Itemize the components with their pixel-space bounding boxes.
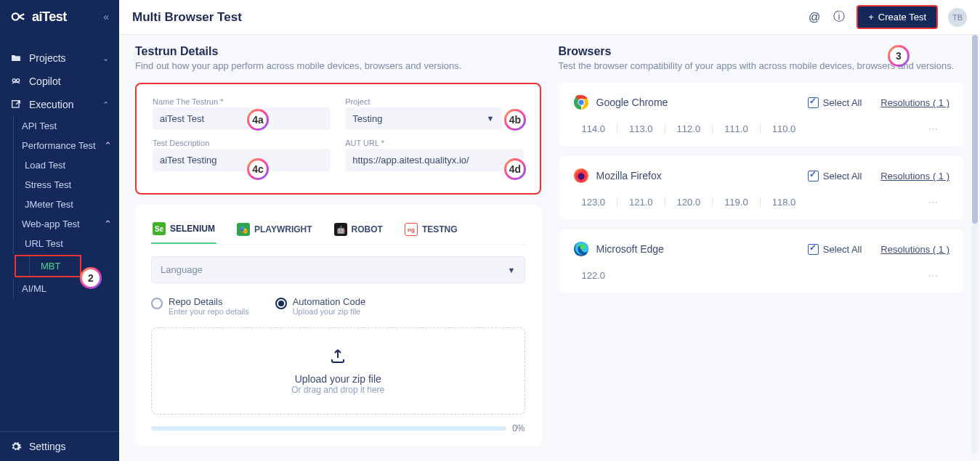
browser-head: Microsoft EdgeSelect AllResolutions ( 1 … [573, 241, 950, 257]
source-radios: Repo DetailsEnter your repo details Auto… [151, 296, 525, 316]
version-chip[interactable]: 121.0 [617, 197, 665, 208]
field-description: Test Description [153, 139, 331, 171]
version-chip[interactable]: 119.0 [712, 197, 760, 208]
language-placeholder: Language [161, 264, 203, 275]
sidebar-item-projects[interactable]: Projects ⌄ [0, 46, 119, 70]
browser-icon [573, 241, 589, 257]
field-aut-url: AUT URL * [345, 139, 523, 171]
browsers-column: Browsers Test the browser compatibility … [559, 45, 965, 451]
upload-dropzone[interactable]: Upload your zip file Or drag and drop it… [151, 327, 525, 415]
logo-icon [10, 9, 26, 25]
testng-icon: ng [405, 223, 418, 236]
sidebar-sub-label: URL Test [25, 238, 63, 249]
sidebar-label: Copilot [29, 76, 61, 87]
project-select[interactable]: Testing [345, 107, 501, 130]
upload-progress: 0% [151, 423, 525, 433]
tab-playwright[interactable]: 🎭PLAYWRIGHT [235, 218, 314, 244]
sidebar-sub-api-test[interactable]: API Test [0, 116, 119, 136]
radio-repo-details[interactable]: Repo DetailsEnter your repo details [151, 296, 249, 316]
aut-url-input[interactable] [345, 149, 523, 171]
version-chip[interactable]: 123.0 [573, 197, 617, 208]
radio-automation-code[interactable]: Automation CodeUpload your zip file [275, 296, 365, 316]
select-all-checkbox[interactable]: Select All [808, 244, 862, 255]
sidebar-item-execution[interactable]: Execution ⌃ [0, 93, 119, 116]
sidebar-sub-label: MBT [41, 261, 60, 272]
sidebar-label: Execution [29, 99, 73, 110]
field-label: Project [345, 97, 501, 106]
description-input[interactable] [153, 149, 331, 171]
field-label: AUT URL * [345, 139, 523, 147]
external-icon [10, 99, 22, 110]
content: Testrun Details Find out how your app pe… [119, 35, 980, 461]
tab-selenium[interactable]: SeSELENIUM [151, 218, 216, 244]
sidebar-item-copilot[interactable]: Copilot [0, 70, 119, 93]
more-icon[interactable]: ⋯ [917, 270, 949, 281]
collapse-icon[interactable]: « [103, 11, 109, 23]
sidebar-sub-performance-test[interactable]: Performance Test⌃ [0, 136, 119, 155]
more-icon[interactable]: ⋯ [917, 197, 949, 208]
checkbox-icon [808, 171, 819, 181]
chevron-down-icon: ▼ [508, 266, 516, 274]
browser-icon [573, 168, 589, 184]
automation-card: SeSELENIUM 🎭PLAYWRIGHT 🤖ROBOT ngTESTNG L… [135, 205, 541, 446]
sidebar-sub-mbt[interactable]: MBT [15, 255, 81, 277]
name-input[interactable] [153, 107, 331, 130]
resolutions-link[interactable]: Resolutions ( 1 ) [880, 171, 949, 181]
sidebar-sub-url-test[interactable]: URL Test [0, 234, 119, 253]
svg-rect-3 [12, 101, 19, 107]
select-all-checkbox[interactable]: Select All [808, 97, 862, 108]
page-title: Multi Browser Test [132, 10, 242, 25]
chevron-up-icon: ⌃ [104, 219, 112, 229]
version-chip[interactable]: 110.0 [760, 123, 808, 134]
annotation-4c: 4c [247, 158, 269, 180]
avatar[interactable]: TB [948, 8, 967, 27]
scrollbar[interactable] [972, 35, 978, 454]
sidebar-sub-label: Load Test [25, 160, 65, 171]
version-chip[interactable]: 118.0 [760, 197, 808, 208]
header-right: @ ⓘ + Create Test TB [807, 5, 967, 29]
upload-icon [171, 347, 506, 369]
field-label: Test Description [153, 139, 331, 147]
tab-label: SELENIUM [170, 224, 215, 234]
radio-sub: Enter your repo details [169, 307, 249, 316]
sidebar-sub-label: JMeter Test [25, 199, 73, 210]
sidebar-sub-jmeter-test[interactable]: JMeter Test [0, 195, 119, 214]
browser-icon [573, 94, 589, 110]
scrollbar-thumb[interactable] [972, 35, 978, 224]
svg-point-6 [578, 99, 583, 105]
browsers-list: Google ChromeSelect AllResolutions ( 1 )… [559, 83, 965, 293]
annotation-4d: 4d [504, 158, 526, 180]
version-chip[interactable]: 114.0 [573, 123, 617, 134]
tab-testng[interactable]: ngTESTNG [403, 218, 459, 244]
svg-point-2 [17, 79, 20, 82]
sidebar-sub-stress-test[interactable]: Stress Test [0, 175, 119, 195]
create-test-label: Create Test [878, 12, 926, 23]
browser-name: Mozilla Firefox [596, 170, 801, 181]
at-icon[interactable]: @ [807, 10, 822, 25]
sidebar-sub-webapp-test[interactable]: Web-app Test⌃ [0, 214, 119, 234]
info-icon[interactable]: ⓘ [832, 10, 846, 25]
resolutions-link[interactable]: Resolutions ( 1 ) [880, 244, 949, 255]
svg-point-8 [578, 174, 584, 180]
version-chip[interactable]: 113.0 [617, 123, 665, 134]
checkbox-icon [808, 97, 819, 108]
settings-label: Settings [29, 441, 66, 452]
progress-text: 0% [512, 423, 525, 433]
testrun-form-card: Name The Testrun * Project Testing ▼ + [135, 83, 541, 195]
version-chip[interactable]: 111.0 [712, 123, 760, 134]
resolutions-link[interactable]: Resolutions ( 1 ) [880, 97, 949, 108]
more-icon[interactable]: ⋯ [917, 123, 949, 134]
version-chip[interactable]: 122.0 [573, 270, 617, 281]
language-select[interactable]: Language ▼ [151, 256, 525, 283]
select-all-checkbox[interactable]: Select All [808, 171, 862, 181]
create-test-button[interactable]: + Create Test [857, 5, 938, 29]
sidebar-sub-aiml[interactable]: AI/ML [0, 279, 119, 298]
sidebar-sub-label: API Test [22, 121, 57, 131]
version-chip[interactable]: 120.0 [665, 197, 713, 208]
version-chip[interactable]: 112.0 [665, 123, 713, 134]
testrun-desc: Find out how your app perform across mob… [135, 60, 541, 73]
tab-robot[interactable]: 🤖ROBOT [333, 218, 384, 244]
sidebar-item-settings[interactable]: Settings [0, 431, 119, 461]
progress-bar [151, 426, 506, 431]
sidebar-sub-load-test[interactable]: Load Test [0, 155, 119, 175]
